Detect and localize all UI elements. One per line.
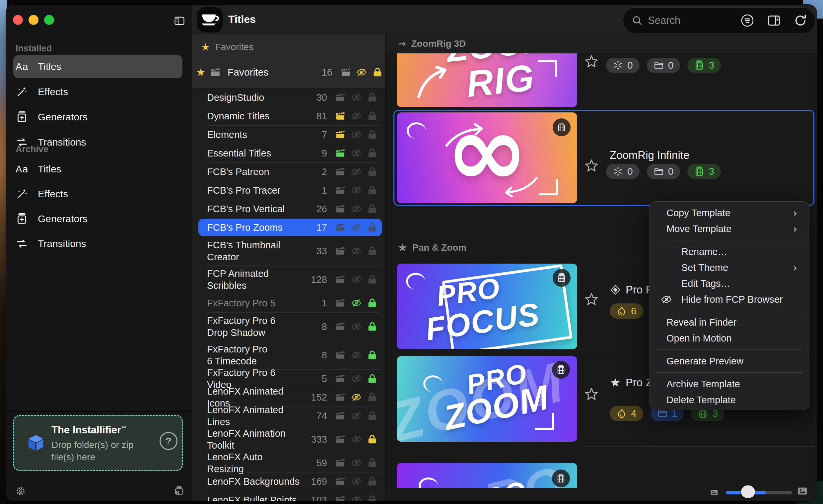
section-header-pan-zoom: ★ Pan & Zoom <box>398 242 466 253</box>
sidebar-item-effects-archive[interactable]: Effects <box>13 182 182 206</box>
slider-track[interactable] <box>726 491 792 494</box>
category-row[interactable]: LenoFX Bullet Points 103 <box>192 491 385 501</box>
search-input[interactable]: Search <box>623 7 815 34</box>
category-row[interactable]: LenoFX Animated Lines 74 <box>192 407 385 425</box>
page-title: Titles <box>228 13 256 25</box>
category-row[interactable]: FxFactory Pro 5 1 <box>192 294 385 312</box>
count-badge: 81 <box>302 111 327 122</box>
inspector-panel-icon[interactable] <box>767 13 781 28</box>
lock-icon <box>364 434 380 445</box>
thumbnail-size-slider[interactable] <box>707 481 817 501</box>
menu-item-hide-from-fcp-browser[interactable]: Hide from FCP Browser <box>650 291 809 307</box>
template-card-partial[interactable]: PRO PRO <box>397 463 577 488</box>
category-row[interactable]: FCB's Pro Vertical 26 <box>192 200 385 218</box>
sidebar-item-titles[interactable]: AaTitles <box>13 55 182 78</box>
menu-item-generate-preview[interactable]: Generate Preview <box>650 353 809 369</box>
badge-row: 003 <box>606 58 721 73</box>
slider-knob[interactable] <box>741 485 755 498</box>
favorite-star-icon[interactable] <box>584 54 599 69</box>
category-row[interactable]: FxFactory Pro 6 Drop Shadow 8 <box>192 312 385 341</box>
menu-item-label: Hide from FCP Browser <box>681 294 783 305</box>
favorite-star-icon[interactable] <box>584 292 599 307</box>
toolbar: Titles Search <box>192 5 817 34</box>
eye-slash-icon <box>348 148 364 159</box>
menu-divider <box>656 311 803 311</box>
category-row[interactable]: Elements 7 <box>192 125 385 144</box>
menu-item-copy-template[interactable]: Copy Template› <box>650 205 809 221</box>
category-row[interactable]: LenoFX Auto Resizing 59 <box>192 454 385 472</box>
category-row[interactable]: FCB's Thumbnail Creator 33 <box>192 237 385 265</box>
menu-item-delete-template[interactable]: Delete Template <box>650 392 809 408</box>
category-row[interactable]: FCB's Pro Tracer 1 <box>192 181 385 200</box>
menu-item-set-theme[interactable]: Set Theme› <box>650 260 809 276</box>
corner-bracket <box>535 413 554 430</box>
diamond-icon <box>610 284 621 295</box>
close-button[interactable] <box>13 15 23 25</box>
template-title: ZoomRig Infinite <box>610 149 689 162</box>
sidebar-item-generators[interactable]: Generators <box>13 105 182 129</box>
badge-count: 0 <box>668 60 674 71</box>
template-card-zoomrig-infinite[interactable]: ∞ <box>397 112 577 203</box>
count-badge: 9 <box>302 148 327 159</box>
snowflake-badge: 0 <box>606 58 640 73</box>
eye-slash-icon <box>348 298 364 308</box>
zoom-button[interactable] <box>44 15 54 25</box>
category-row[interactable]: FCB's Patreon 2 <box>192 163 385 181</box>
menu-item-label: Copy Template <box>666 208 730 219</box>
menu-divider <box>656 372 803 373</box>
menu-item-open-in-motion[interactable]: Open in Motion <box>650 330 809 346</box>
filter-icon[interactable] <box>740 13 755 28</box>
menu-item-label: Reveal in Finder <box>666 317 736 328</box>
template-card-zoomrig[interactable]: ZOOM RIG <box>397 53 577 107</box>
help-icon[interactable]: ? <box>160 432 177 450</box>
menu-item-reveal-in-finder[interactable]: Reveal in Finder <box>650 314 809 330</box>
badge-count: 4 <box>631 408 637 419</box>
category-row[interactable]: FCP Animated Scribbles 128 <box>192 265 385 294</box>
template-card-pro-focus[interactable]: PRO FOCUS <box>397 264 577 349</box>
sidebar-item-effects[interactable]: Effects <box>13 80 182 103</box>
divider <box>207 472 380 473</box>
menu-item-archive-template[interactable]: Archive Template <box>650 376 809 392</box>
clapperboard-icon <box>332 111 348 121</box>
eye-slash-icon <box>348 350 364 360</box>
favorites-row[interactable]: ★ Favorites 16 <box>192 60 385 85</box>
category-row[interactable]: LenoFX Animation Toolkit 333 <box>192 425 385 454</box>
menu-item-move-template[interactable]: Move Template› <box>650 221 809 237</box>
film-badge-icon <box>553 269 570 287</box>
favorite-star-icon[interactable] <box>584 387 599 402</box>
curved-arrow-icon <box>414 60 454 100</box>
menu-item-edit-tags[interactable]: Edit Tags… <box>650 276 809 291</box>
installifier-dropzone[interactable]: The Installifier™ Drop folder(s) or zip … <box>13 415 183 471</box>
category-name: FCB's Pro Tracer <box>207 184 302 196</box>
refresh-icon[interactable] <box>793 13 808 28</box>
accounts-icon[interactable] <box>171 483 187 498</box>
category-list: DesignStudio 30 Dynamic Titles 81 Elemen… <box>192 88 385 501</box>
search-icon <box>631 15 643 26</box>
category-row[interactable]: FCB's Pro Zooms 17 <box>192 218 385 237</box>
template-card-pro-zoom[interactable]: ZOOM PRO ZOOM <box>397 356 577 442</box>
category-row[interactable]: Dynamic Titles 81 <box>192 107 385 125</box>
eye-slash-icon <box>661 294 672 305</box>
curved-arrow-icon <box>501 176 541 199</box>
clapperboard-icon <box>332 222 348 233</box>
count-badge: 16 <box>307 67 332 78</box>
eye-slash-icon <box>348 246 364 256</box>
favorite-star-icon[interactable] <box>584 158 599 174</box>
sidebar-item-titles-archive[interactable]: AaTitles <box>13 158 182 181</box>
category-row[interactable]: LenoFX Backgrounds 169 <box>192 472 385 491</box>
lock-icon <box>364 274 380 285</box>
category-row[interactable]: DesignStudio 30 <box>192 88 385 107</box>
category-row[interactable]: FxFactory Pro 6 Timecode 8 <box>192 341 385 369</box>
template-title-text: ZoomRig Infinite <box>610 149 689 162</box>
minimize-button[interactable] <box>28 15 38 25</box>
lock-icon <box>364 129 380 140</box>
category-row[interactable]: Essential Titles 9 <box>192 144 385 163</box>
divider <box>207 144 380 144</box>
flame-badge: 4 <box>610 406 643 421</box>
menu-item-rename[interactable]: Rename… <box>650 244 809 260</box>
settings-gear-icon[interactable] <box>13 484 28 498</box>
sidebar-item-transitions-archive[interactable]: Transitions <box>13 232 182 255</box>
lock-icon <box>364 458 380 468</box>
sidebar-item-generators-archive[interactable]: Generators <box>13 207 182 230</box>
sidebar-toggle-icon[interactable] <box>172 15 186 27</box>
